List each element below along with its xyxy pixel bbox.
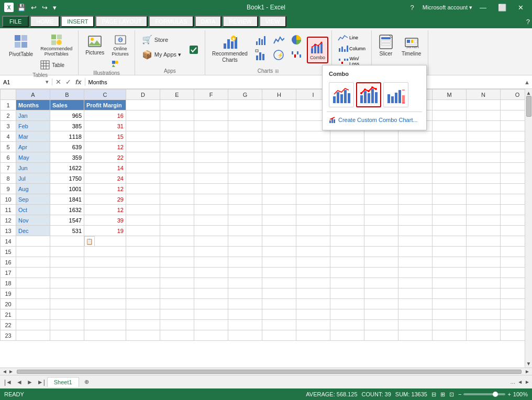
- cell-empty[interactable]: [126, 142, 160, 152]
- cell-empty[interactable]: [398, 330, 433, 341]
- combo-option-2[interactable]: [356, 82, 381, 107]
- cell-empty[interactable]: [126, 121, 160, 131]
- cell-empty[interactable]: [262, 330, 296, 341]
- cell-empty[interactable]: [296, 142, 330, 152]
- cell-empty[interactable]: [467, 309, 501, 320]
- cell-empty[interactable]: [228, 110, 262, 121]
- cell-empty[interactable]: [228, 142, 262, 152]
- cell-empty[interactable]: [160, 173, 194, 184]
- scroll-thumb[interactable]: [526, 96, 531, 117]
- cell-empty[interactable]: [228, 226, 262, 236]
- zoom-slider[interactable]: [463, 393, 505, 395]
- cell-empty[interactable]: [398, 236, 433, 247]
- cell-empty[interactable]: [364, 288, 398, 299]
- store-button[interactable]: 🛒 Store: [138, 32, 185, 47]
- maximize-button[interactable]: ⬜: [494, 4, 511, 12]
- cell-a17[interactable]: [16, 268, 50, 278]
- cell-empty[interactable]: [296, 205, 330, 215]
- cell-c11[interactable]: 12: [84, 205, 126, 215]
- cell-empty[interactable]: [330, 215, 364, 226]
- cell-c13[interactable]: 19: [84, 226, 126, 236]
- cell-empty[interactable]: [228, 100, 262, 110]
- cell-empty[interactable]: [433, 184, 467, 194]
- cell-empty[interactable]: [501, 142, 525, 152]
- col-header-m[interactable]: M: [433, 90, 467, 100]
- cell-empty[interactable]: [433, 215, 467, 226]
- cell-b21[interactable]: [50, 309, 84, 320]
- scroll-left-arrow[interactable]: ◄: [2, 369, 7, 374]
- cell-empty[interactable]: [501, 268, 525, 278]
- cell-empty[interactable]: [398, 288, 433, 299]
- zoom-out-button[interactable]: −: [458, 391, 461, 397]
- cell-a7[interactable]: Jun: [16, 163, 50, 173]
- cell-empty[interactable]: [228, 152, 262, 163]
- cell-empty[interactable]: [296, 320, 330, 330]
- cell-empty[interactable]: [160, 100, 194, 110]
- cell-a1[interactable]: Months: [16, 100, 50, 110]
- cell-empty[interactable]: [364, 163, 398, 173]
- cell-empty[interactable]: [467, 268, 501, 278]
- cell-empty[interactable]: [126, 257, 160, 268]
- cell-empty[interactable]: [262, 205, 296, 215]
- col-header-f[interactable]: F: [194, 90, 228, 100]
- cell-empty[interactable]: [467, 236, 501, 247]
- cell-empty[interactable]: [296, 257, 330, 268]
- cell-empty[interactable]: [398, 142, 433, 152]
- cell-empty[interactable]: [194, 163, 228, 173]
- cell-empty[interactable]: [262, 100, 296, 110]
- cell-empty[interactable]: [160, 330, 194, 341]
- cell-empty[interactable]: [194, 299, 228, 309]
- cell-empty[interactable]: [262, 110, 296, 121]
- cell-empty[interactable]: [262, 299, 296, 309]
- cell-empty[interactable]: [228, 320, 262, 330]
- cell-empty[interactable]: [160, 226, 194, 236]
- cell-c17[interactable]: [84, 268, 126, 278]
- cell-empty[interactable]: [501, 205, 525, 215]
- cell-empty[interactable]: [262, 142, 296, 152]
- cell-b10[interactable]: 1841: [50, 194, 84, 205]
- apps-checkmark-button[interactable]: [186, 43, 202, 57]
- cell-empty[interactable]: [228, 173, 262, 184]
- cell-b3[interactable]: 385: [50, 121, 84, 131]
- cell-empty[interactable]: [160, 309, 194, 320]
- cell-empty[interactable]: [194, 121, 228, 131]
- cell-empty[interactable]: [126, 236, 160, 247]
- cell-empty[interactable]: [296, 309, 330, 320]
- menu-insert[interactable]: INSERT: [61, 16, 94, 27]
- cell-empty[interactable]: [433, 236, 467, 247]
- cell-empty[interactable]: [364, 309, 398, 320]
- formula-input[interactable]: [85, 79, 523, 85]
- cell-empty[interactable]: [467, 152, 501, 163]
- table-button[interactable]: Table: [38, 59, 75, 71]
- cell-empty[interactable]: [228, 184, 262, 194]
- cell-empty[interactable]: [433, 320, 467, 330]
- cell-empty[interactable]: [194, 152, 228, 163]
- cell-empty[interactable]: [160, 121, 194, 131]
- cell-empty[interactable]: [160, 268, 194, 278]
- cell-empty[interactable]: [194, 309, 228, 320]
- cell-empty[interactable]: [433, 131, 467, 142]
- customize-qa-button[interactable]: ▾: [51, 4, 58, 12]
- cell-empty[interactable]: [296, 194, 330, 205]
- menu-view[interactable]: VIEW: [259, 16, 286, 27]
- cell-empty[interactable]: [228, 205, 262, 215]
- cell-empty[interactable]: [126, 247, 160, 257]
- cell-empty[interactable]: [194, 257, 228, 268]
- cell-a22[interactable]: [16, 320, 50, 330]
- cell-b15[interactable]: [50, 247, 84, 257]
- cell-c23[interactable]: [84, 330, 126, 341]
- insert-function-button[interactable]: fx: [74, 78, 83, 86]
- cell-empty[interactable]: [433, 247, 467, 257]
- cell-a20[interactable]: [16, 299, 50, 309]
- col-header-a[interactable]: A: [16, 90, 50, 100]
- cell-c4[interactable]: 15: [84, 131, 126, 142]
- cell-empty[interactable]: [398, 205, 433, 215]
- account-label[interactable]: Microsoft account ▾: [423, 4, 472, 11]
- cell-empty[interactable]: [467, 215, 501, 226]
- cell-empty[interactable]: [501, 330, 525, 341]
- combo-option-1[interactable]: [329, 82, 354, 107]
- cell-empty[interactable]: [398, 257, 433, 268]
- cell-empty[interactable]: [364, 257, 398, 268]
- cell-empty[interactable]: [194, 320, 228, 330]
- cell-empty[interactable]: [364, 131, 398, 142]
